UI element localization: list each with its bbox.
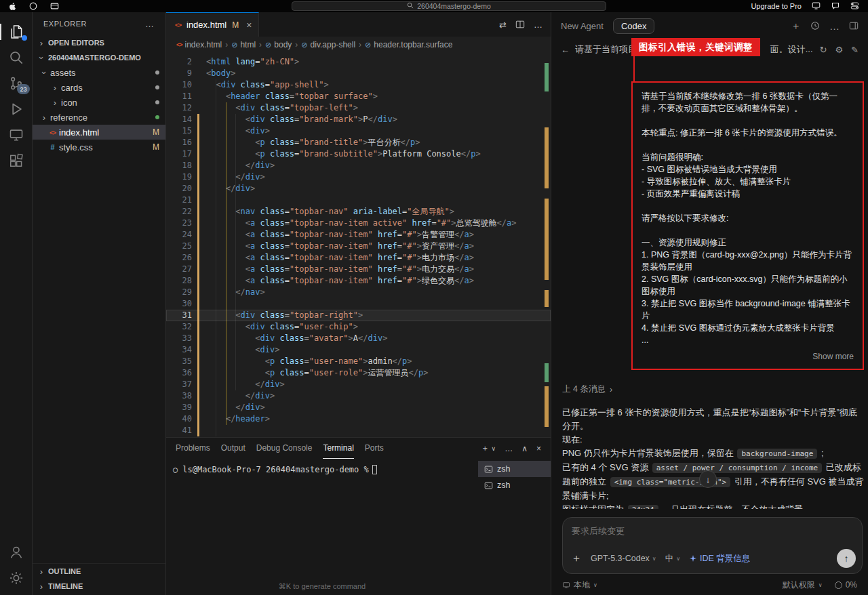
code-line[interactable]: 24 <a class="topbar-nav-item" href="#">告… xyxy=(166,229,551,241)
maximize-panel-icon[interactable]: ∧ xyxy=(521,444,528,453)
control-center-icon[interactable] xyxy=(850,1,860,12)
breadcrumb-item[interactable]: <>index.html xyxy=(176,40,222,49)
ide-context-toggle[interactable]: IDE 背景信息 xyxy=(689,553,750,565)
line-number[interactable]: 9 xyxy=(166,68,197,79)
code-text[interactable]: <p class="user-role">运营管理员</p> xyxy=(206,367,428,379)
split-editor-icon[interactable] xyxy=(515,20,525,29)
tree-folder-cards[interactable]: ›cards xyxy=(33,80,165,95)
chat-input[interactable] xyxy=(563,518,862,539)
tree-folder-reference[interactable]: ›reference xyxy=(33,110,165,125)
line-number[interactable]: 11 xyxy=(166,91,197,102)
code-line[interactable]: 28 <a class="topbar-nav-item" href="#">绿… xyxy=(166,275,551,287)
line-number[interactable]: 2 xyxy=(166,56,197,68)
code-text[interactable]: <div class="avatar">A</div> xyxy=(206,333,387,344)
code-editor[interactable]: 2<html lang="zh-CN">9<body>10 <div class… xyxy=(166,53,551,437)
panel-tab-output[interactable]: Output xyxy=(221,438,245,459)
breadcrumb-item[interactable]: ⊘body xyxy=(265,40,292,49)
line-number[interactable]: 27 xyxy=(166,264,197,275)
code-line[interactable]: 23 <a class="topbar-nav-item active" hre… xyxy=(166,218,551,229)
code-text[interactable]: </nav> xyxy=(206,287,265,298)
code-text[interactable]: <a class="topbar-nav-item" href="#">告警管理… xyxy=(206,229,474,241)
code-line[interactable]: 27 <a class="topbar-nav-item" href="#">电… xyxy=(166,264,551,275)
code-text[interactable]: <div class="topbar-right"> xyxy=(206,310,363,321)
terminal-session[interactable]: zsh xyxy=(478,461,551,477)
code-line[interactable]: 16 <p class="brand-title">平台分析</p> xyxy=(166,137,551,148)
back-arrow-icon[interactable]: ← xyxy=(561,45,570,55)
menubar-window-icon[interactable] xyxy=(50,1,60,11)
overview-ruler[interactable] xyxy=(542,53,551,437)
environment-selector[interactable]: 本地∨ xyxy=(562,579,597,591)
panel-tab-ports[interactable]: Ports xyxy=(365,438,384,459)
line-number[interactable]: 23 xyxy=(166,218,197,229)
compare-changes-icon[interactable]: ⇄ xyxy=(499,20,507,30)
edit-icon[interactable]: ✎ xyxy=(851,45,859,55)
breadcrumb-item[interactable]: ⊘header.topbar.surface xyxy=(365,40,452,49)
code-text[interactable]: <div class="app-shell"> xyxy=(206,79,329,91)
search-icon[interactable] xyxy=(0,45,33,70)
timeline-section[interactable]: › TIMELINE xyxy=(33,579,165,594)
tree-file-index.html[interactable]: <>index.htmlM xyxy=(33,125,165,140)
open-editors-section[interactable]: › OPEN EDITORS xyxy=(33,35,165,50)
tree-file-style.css[interactable]: #style.cssM xyxy=(33,140,165,155)
more-actions-icon[interactable]: … xyxy=(505,444,513,453)
attach-plus-icon[interactable]: ＋ xyxy=(571,552,582,566)
terminal-prompt-line[interactable]: ○ ls@MacBook-Pro-7 260404mastergo-demo % xyxy=(166,459,478,474)
code-line[interactable]: 2<html lang="zh-CN"> xyxy=(166,56,551,68)
code-text[interactable]: <a class="topbar-nav-item" href="#">电力市场… xyxy=(206,252,474,264)
code-text[interactable]: <nav class="topbar-nav" aria-label="全局导航… xyxy=(206,206,454,218)
permission-selector[interactable]: 默认权限∨ xyxy=(783,579,823,591)
code-line[interactable]: 38 </div> xyxy=(166,390,551,402)
menubar-app-icon[interactable] xyxy=(28,1,38,11)
line-number[interactable]: 33 xyxy=(166,333,197,344)
line-number[interactable]: 40 xyxy=(166,413,197,425)
code-line[interactable]: 19 </div> xyxy=(166,171,551,183)
terminal-viewport[interactable]: ○ ls@MacBook-Pro-7 260404mastergo-demo %… xyxy=(166,459,478,595)
remote-preview-icon[interactable] xyxy=(0,122,33,148)
options-gear-icon[interactable]: ⚙ xyxy=(835,45,843,55)
previous-messages-link[interactable]: 上 4 条消息 › xyxy=(562,384,864,395)
terminal-session[interactable]: zsh xyxy=(478,477,551,493)
line-number[interactable]: 37 xyxy=(166,379,197,390)
history-icon[interactable] xyxy=(810,21,820,30)
show-more-link[interactable]: Show more xyxy=(642,350,854,363)
apple-menu-icon[interactable] xyxy=(8,1,17,12)
code-line[interactable]: 11 <header class="topbar surface"> xyxy=(166,91,551,102)
code-text[interactable]: <a class="topbar-nav-item active" href="… xyxy=(206,218,516,229)
account-icon[interactable] xyxy=(0,539,33,565)
code-text[interactable]: <p class="brand-subtitle">Platform Conso… xyxy=(206,148,481,160)
retry-icon[interactable]: ↻ xyxy=(820,45,827,55)
upgrade-to-pro-link[interactable]: Upgrade to Pro xyxy=(751,2,802,10)
send-button[interactable]: ↑ xyxy=(837,549,856,568)
line-number[interactable]: 14 xyxy=(166,114,197,125)
code-text[interactable]: </div> xyxy=(206,171,265,183)
source-control-icon[interactable]: 23 xyxy=(0,70,33,96)
code-line[interactable]: 31 <div class="topbar-right"> xyxy=(166,310,551,321)
settings-gear-icon[interactable] xyxy=(0,565,33,591)
line-number[interactable]: 32 xyxy=(166,321,197,333)
code-line[interactable]: 40 </header> xyxy=(166,413,551,425)
code-text[interactable]: <div class="topbar-left"> xyxy=(206,102,358,114)
code-text[interactable]: <p class="user-name">admin</p> xyxy=(206,356,412,367)
line-number[interactable]: 10 xyxy=(166,79,197,91)
extensions-icon[interactable] xyxy=(0,148,33,173)
scroll-to-bottom-button[interactable]: ↓ xyxy=(699,470,717,488)
panel-tab-problems[interactable]: Problems xyxy=(176,438,210,459)
code-line[interactable]: 36 <p class="user-role">运营管理员</p> xyxy=(166,367,551,379)
tab-index-html[interactable]: <> index.html M × xyxy=(166,12,259,37)
code-text[interactable]: </header> xyxy=(206,413,270,425)
close-tab-icon[interactable]: × xyxy=(246,20,252,30)
code-line[interactable]: 9<body> xyxy=(166,68,551,79)
code-text[interactable]: <body> xyxy=(206,68,235,79)
line-number[interactable]: 34 xyxy=(166,344,197,356)
menubar-search[interactable]: 260404mastergo-demo xyxy=(292,1,606,11)
code-line[interactable]: 21 xyxy=(166,194,551,206)
panel-tab-terminal[interactable]: Terminal xyxy=(323,438,353,459)
line-number[interactable]: 39 xyxy=(166,402,197,413)
line-number[interactable]: 21 xyxy=(166,194,197,206)
line-number[interactable]: 29 xyxy=(166,287,197,298)
line-number[interactable]: 20 xyxy=(166,183,197,194)
close-panel-icon[interactable]: × xyxy=(536,444,541,453)
code-text[interactable]: </div> xyxy=(206,390,275,402)
usage-meter[interactable]: 0% xyxy=(835,580,857,590)
code-text[interactable]: <p class="brand-title">平台分析</p> xyxy=(206,137,420,148)
